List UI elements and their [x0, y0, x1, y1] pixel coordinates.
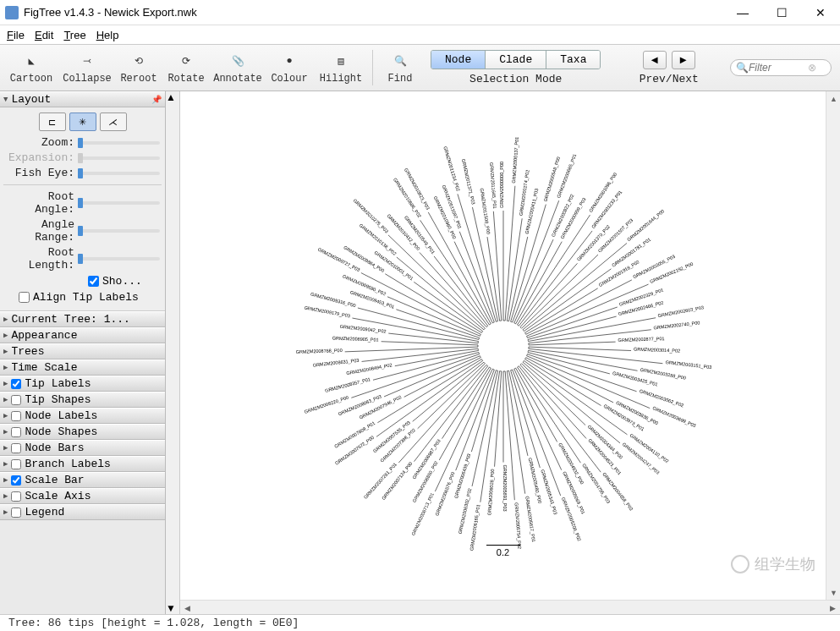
selection-taxa-button[interactable]: Taxa: [546, 51, 600, 69]
svg-text:GRMZM2009590_P02: GRMZM2009590_P02: [342, 273, 387, 296]
branch-labels-header[interactable]: Branch Labels: [0, 456, 165, 472]
legend-header[interactable]: Legend: [0, 504, 165, 520]
legend-checkbox[interactable]: [11, 508, 21, 518]
svg-text:GRMZM2011097_P01: GRMZM2011097_P01: [441, 184, 462, 229]
svg-text:GRMZM2008631_P03: GRMZM2008631_P03: [312, 357, 359, 367]
node-shapes-header[interactable]: Node Shapes: [0, 424, 165, 440]
next-button[interactable]: ►: [672, 51, 695, 69]
hscroll-left-icon[interactable]: ◀: [180, 601, 195, 614]
close-button[interactable]: ✕: [801, 0, 840, 25]
svg-text:GRMZM2011371_P03: GRMZM2011371_P03: [460, 158, 475, 205]
cartoon-button[interactable]: ◣Cartoon: [3, 47, 59, 89]
svg-line-152: [419, 252, 486, 326]
layout-body: ⊏ ✳ ⋌ Zoom: Expansion: Fish Eye: Root An…: [0, 107, 165, 311]
menu-tree[interactable]: Tree: [58, 27, 91, 43]
svg-text:GRMZM2003014_P02: GRMZM2003014_P02: [634, 346, 680, 353]
rotate-button[interactable]: ⟳Rotate: [162, 47, 210, 89]
hilight-button[interactable]: ▤Hilight: [313, 47, 369, 89]
svg-text:GRMZM2001096_P00: GRMZM2001096_P00: [587, 171, 617, 212]
selection-node-button[interactable]: Node: [431, 51, 486, 69]
time-scale-header[interactable]: Time Scale: [0, 359, 165, 376]
find-button[interactable]: 🔍Find: [376, 47, 424, 89]
svg-line-70: [517, 367, 580, 463]
scale-bar-checkbox[interactable]: [11, 475, 21, 486]
align-tip-label: Align Tip Labels: [33, 291, 139, 304]
scroll-up-icon[interactable]: ▲: [166, 91, 179, 103]
root-angle-slider[interactable]: Root Angle:: [5, 190, 160, 216]
tip-labels-header[interactable]: Tip Labels: [0, 376, 165, 392]
scale-bar-value: 0.2: [497, 547, 509, 557]
align-tip-checkbox[interactable]: [19, 292, 30, 303]
viewport-vscrollbar[interactable]: ▲ ▼: [826, 91, 840, 600]
svg-line-118: [384, 355, 480, 396]
svg-line-6: [508, 236, 527, 321]
scale-bar-header[interactable]: Scale Bar: [0, 472, 165, 488]
prev-button[interactable]: ◄: [643, 51, 667, 69]
layout-header[interactable]: Layout📌: [0, 91, 165, 107]
maximize-button[interactable]: ☐: [762, 0, 801, 25]
svg-line-42: [528, 342, 615, 345]
selection-clade-button[interactable]: Clade: [486, 51, 546, 69]
tip-shapes-checkbox[interactable]: [11, 395, 21, 405]
svg-text:GRMZM2011508_P00: GRMZM2011508_P00: [479, 187, 491, 233]
filter-box[interactable]: 🔍 ⊗: [730, 59, 832, 76]
vscroll-down-icon[interactable]: ▼: [826, 585, 840, 600]
svg-text:GRMZM2004247_P03: GRMZM2004247_P03: [621, 441, 660, 475]
reroot-button[interactable]: ⟲Reroot: [115, 47, 162, 89]
svg-text:GRMZM2001644_P00: GRMZM2001644_P00: [626, 208, 665, 242]
tip-shapes-header[interactable]: Tip Shapes: [0, 392, 165, 408]
show-checkbox[interactable]: [88, 276, 99, 287]
filter-input[interactable]: [749, 62, 808, 74]
sidepanel-scrollbar[interactable]: ▲ ▼: [166, 91, 180, 614]
window-titlebar: FigTree v1.4.3 - Newick Export.nwk — ☐ ✕: [0, 0, 840, 25]
scale-axis-header[interactable]: Scale Axis: [0, 488, 165, 504]
scale-axis-checkbox[interactable]: [11, 491, 21, 502]
svg-text:GRMZM2007261_P01: GRMZM2007261_P01: [362, 461, 397, 499]
zoom-slider[interactable]: Zoom:: [5, 136, 160, 149]
menu-help[interactable]: Help: [91, 27, 124, 43]
current-tree-header[interactable]: Current Tree: 1...: [0, 311, 165, 327]
colour-button[interactable]: ●Colour: [266, 47, 313, 89]
svg-text:GRMZM2008357_P01: GRMZM2008357_P01: [324, 376, 371, 393]
node-shapes-checkbox[interactable]: [11, 427, 21, 437]
appearance-header[interactable]: Appearance: [0, 327, 165, 343]
minimize-button[interactable]: —: [723, 0, 762, 25]
vscroll-up-icon[interactable]: ▲: [826, 91, 840, 106]
viewport-hscrollbar[interactable]: ◀ ▶: [180, 600, 840, 614]
node-bars-header[interactable]: Node Bars: [0, 440, 165, 456]
layout-polar-button[interactable]: ✳: [69, 112, 96, 131]
rotate-icon: ⟳: [174, 51, 198, 71]
scroll-down-icon[interactable]: ▼: [166, 602, 179, 614]
clear-filter-icon[interactable]: ⊗: [808, 62, 816, 74]
annotate-button[interactable]: 📎Annotate: [210, 47, 266, 89]
svg-line-150: [387, 234, 484, 327]
tree-canvas[interactable]: GRMZM2000000_P00GRMZM2000137_P01GRMZM200…: [180, 91, 826, 600]
layout-rectangular-button[interactable]: ⊏: [39, 112, 66, 131]
hscroll-right-icon[interactable]: ▶: [826, 601, 840, 614]
svg-text:GRMZM2004110_P02: GRMZM2004110_P02: [629, 432, 669, 464]
tip-labels-checkbox[interactable]: [11, 379, 21, 389]
selection-mode-label: Selection Mode: [469, 73, 562, 85]
root-length-slider[interactable]: Root Length:: [5, 246, 160, 272]
wechat-icon: [731, 555, 749, 573]
svg-text:GRMZM2009042_P02: GRMZM2009042_P02: [339, 323, 386, 333]
fisheye-slider[interactable]: Fish Eye:: [5, 167, 160, 179]
svg-text:GRMZM2006576_P00: GRMZM2006576_P00: [434, 471, 455, 517]
angle-range-slider[interactable]: Angle Range:: [5, 218, 160, 244]
trees-header[interactable]: Trees: [0, 343, 165, 359]
collapse-button[interactable]: ⤙Collapse: [59, 47, 115, 89]
menu-file[interactable]: File: [2, 27, 30, 43]
node-labels-checkbox[interactable]: [11, 411, 21, 421]
pin-icon[interactable]: 📌: [151, 95, 162, 105]
menu-edit[interactable]: Edit: [30, 27, 58, 43]
menu-bar: File Edit Tree Help: [0, 25, 840, 44]
svg-line-80: [508, 370, 527, 456]
branch-labels-checkbox[interactable]: [11, 459, 21, 469]
svg-text:GRMZM2000274_P02: GRMZM2000274_P02: [518, 169, 530, 216]
annotate-icon: 📎: [226, 51, 250, 71]
layout-radial-button[interactable]: ⋌: [100, 112, 127, 131]
svg-line-48: [528, 350, 637, 370]
node-bars-checkbox[interactable]: [11, 443, 21, 453]
svg-text:GRMZM2006165_P01: GRMZM2006165_P01: [469, 504, 480, 551]
node-labels-header[interactable]: Node Labels: [0, 408, 165, 424]
